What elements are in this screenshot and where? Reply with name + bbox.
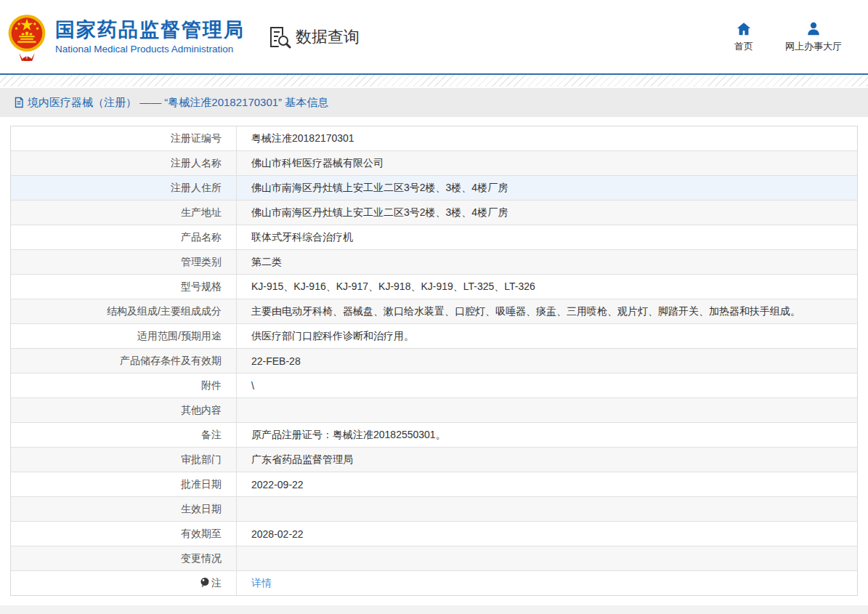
row-label: 生产地址 (11, 201, 237, 225)
logo-subtitle: National Medical Products Administration (55, 44, 245, 54)
table-row: 产品储存条件及有效期22-FEB-28 (11, 349, 858, 373)
table-row: 生效日期 (11, 497, 858, 522)
table-row: 审批部门广东省药品监督管理局 (11, 448, 858, 472)
row-value: 供医疗部门口腔科作诊断和治疗用。 (237, 324, 858, 349)
row-label: 生效日期 (11, 497, 237, 522)
nav-home-label: 首页 (734, 40, 753, 53)
row-value: 联体式牙科综合治疗机 (237, 225, 858, 250)
balloon-icon (200, 577, 210, 589)
row-value: 2022-09-22 (237, 472, 858, 497)
table-row: 注详情 (11, 571, 858, 596)
row-label: 其他内容 (11, 398, 237, 423)
row-label: 产品名称 (11, 225, 237, 250)
table-row: 有效期至2028-02-22 (11, 522, 858, 546)
row-label: 注 (11, 571, 237, 596)
row-label: 有效期至 (11, 522, 237, 546)
table-row: 注册人名称佛山市科钜医疗器械有限公司 (11, 151, 858, 176)
row-value: 原产品注册证号：粤械注准20182550301。 (237, 423, 858, 448)
row-value (237, 546, 858, 571)
row-value: 2028-02-22 (237, 522, 858, 546)
table-row: 产品名称联体式牙科综合治疗机 (11, 225, 858, 250)
row-label: 批准日期 (11, 472, 237, 497)
row-label: 产品储存条件及有效期 (11, 349, 237, 373)
row-label: 注册人住所 (11, 176, 237, 201)
table-row: 生产地址佛山市南海区丹灶镇上安工业二区3号2楼、3楼、4楼厂房 (11, 201, 858, 225)
site-header: 国家药品监督管理局 National Medical Products Admi… (0, 0, 868, 73)
data-query-label: 数据查询 (296, 26, 360, 48)
table-row: 注册人住所佛山市南海区丹灶镇上安工业二区3号2楼、3楼、4楼厂房 (11, 176, 858, 201)
nav-online-hall[interactable]: 网上办事大厅 (785, 21, 842, 53)
row-value: 佛山市南海区丹灶镇上安工业二区3号2楼、3楼、4楼厂房 (237, 201, 858, 225)
row-value: 广东省药品监督管理局 (237, 448, 858, 472)
table-row: 管理类别第二类 (11, 250, 858, 275)
table-row: 适用范围/预期用途供医疗部门口腔科作诊断和治疗用。 (11, 324, 858, 349)
breadcrumb: 境内医疗器械（注册） —— “粤械注准20182170301” 基本信息 (0, 88, 868, 117)
row-value: 第二类 (237, 250, 858, 275)
nav-online-hall-label: 网上办事大厅 (785, 40, 842, 53)
row-label: 备注 (11, 423, 237, 448)
row-value (237, 398, 858, 423)
row-label: 注册证编号 (11, 126, 237, 151)
logo-title: 国家药品监督管理局 (55, 19, 245, 41)
row-value: 22-FEB-28 (237, 349, 858, 373)
row-label: 适用范围/预期用途 (11, 324, 237, 349)
nav-home[interactable]: 首页 (734, 21, 753, 53)
row-value: KJ-915、KJ-916、KJ-917、KJ-918、KJ-919、LT-32… (237, 275, 858, 299)
row-value: 详情 (237, 571, 858, 596)
row-label: 结构及组成/主要组成成分 (11, 299, 237, 324)
row-value: 主要由电动牙科椅、器械盘、漱口给水装置、口腔灯、吸唾器、痰盂、三用喷枪、观片灯、… (237, 299, 858, 324)
row-label: 注册人名称 (11, 151, 237, 176)
row-value: 粤械注准20182170301 (237, 126, 858, 151)
registration-table: 注册证编号粤械注准20182170301注册人名称佛山市科钜医疗器械有限公司注册… (10, 126, 858, 596)
table-row: 结构及组成/主要组成成分主要由电动牙科椅、器械盘、漱口给水装置、口腔灯、吸唾器、… (11, 299, 858, 324)
table-row: 其他内容 (11, 398, 858, 423)
header-nav: 首页 网上办事大厅 (734, 21, 868, 53)
hatch-strip (0, 75, 868, 86)
bottom-strip (0, 605, 868, 614)
main-content: 注册证编号粤械注准20182170301注册人名称佛山市科钜医疗器械有限公司注册… (10, 126, 858, 596)
document-search-icon (267, 25, 291, 49)
row-label: 型号规格 (11, 275, 237, 299)
table-row: 变更情况 (11, 546, 858, 571)
person-icon (806, 21, 822, 37)
data-query-link[interactable]: 数据查询 (267, 25, 360, 49)
row-value: \ (237, 373, 858, 398)
home-icon (736, 21, 752, 37)
document-icon (13, 97, 25, 108)
table-row: 注册证编号粤械注准20182170301 (11, 126, 858, 151)
row-label: 变更情况 (11, 546, 237, 571)
table-row: 型号规格KJ-915、KJ-916、KJ-917、KJ-918、KJ-919、L… (11, 275, 858, 299)
detail-link[interactable]: 详情 (251, 577, 272, 589)
nmpa-logo[interactable]: 国家药品监督管理局 National Medical Products Admi… (6, 13, 245, 61)
table-row: 附件\ (11, 373, 858, 398)
row-label: 管理类别 (11, 250, 237, 275)
row-label: 审批部门 (11, 448, 237, 472)
table-row: 备注原产品注册证号：粤械注准20182550301。 (11, 423, 858, 448)
breadcrumb-text: 境内医疗器械（注册） —— “粤械注准20182170301” 基本信息 (28, 96, 328, 110)
row-value: 佛山市南海区丹灶镇上安工业二区3号2楼、3楼、4楼厂房 (237, 176, 858, 201)
row-label: 附件 (11, 373, 237, 398)
china-national-emblem-icon (6, 13, 48, 61)
row-value (237, 497, 858, 522)
table-row: 批准日期2022-09-22 (11, 472, 858, 497)
row-value: 佛山市科钜医疗器械有限公司 (237, 151, 858, 176)
